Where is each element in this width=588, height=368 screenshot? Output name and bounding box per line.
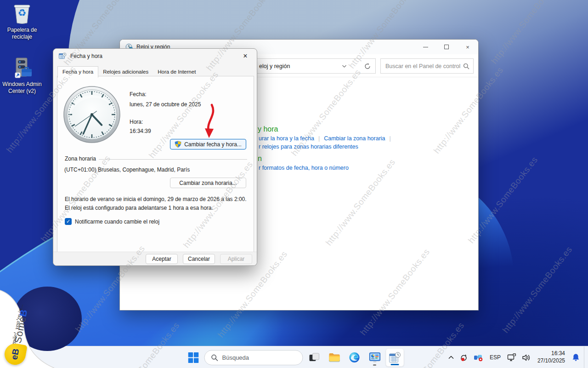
link-add-clocks[interactable]: r relojes para zonas horarias diferentes <box>259 144 358 150</box>
recycle-bin-icon: ♻ <box>11 3 33 25</box>
link-change-formats[interactable]: r formatos de fecha, hora o número <box>259 165 349 171</box>
link-separator: | <box>314 135 324 142</box>
volume-button[interactable] <box>520 348 533 367</box>
date-time-taskbar-button[interactable] <box>386 348 404 367</box>
dialog-footer: Aceptar Cancelar Aplicar <box>53 252 257 265</box>
dialog-title: Fecha y hora <box>70 53 102 59</box>
control-panel-icon <box>369 352 380 362</box>
desktop-icon-label: Papelera de reciclaje <box>1 27 43 40</box>
link-separator: | <box>385 135 395 142</box>
close-icon[interactable]: × <box>238 51 252 62</box>
recycle-symbol-icon: ♻ <box>18 7 27 18</box>
clock-time: 16:34 <box>551 350 565 357</box>
admin-center-icon <box>11 57 33 79</box>
time-value: 16:34:39 <box>130 128 151 134</box>
sync-restart-icon <box>459 353 468 362</box>
change-date-time-label: Cambiar fecha y hora... <box>184 141 242 148</box>
clock-date: 27/10/2025 <box>537 357 565 365</box>
search-icon <box>211 354 218 361</box>
running-indicator <box>373 364 376 366</box>
maximize-button[interactable] <box>436 40 457 54</box>
timezone-group: Zona horaria <box>65 155 247 162</box>
notify-clock-change-checkbox[interactable]: ✓ Notificarme cuando cambie el reloj <box>65 218 159 225</box>
desktop-icon-area: ♻ Papelera de reciclaje Windows Admin Ce… <box>1 3 43 111</box>
change-date-time-button[interactable]: Cambiar fecha y hora... <box>170 139 246 150</box>
bell-icon <box>572 353 580 362</box>
network-button[interactable] <box>505 348 519 367</box>
taskbar-search[interactable] <box>204 350 303 365</box>
task-view-icon <box>309 352 319 363</box>
close-button[interactable]: × <box>457 40 478 54</box>
taskbar: ESP 16:34 27/10/2025 <box>0 346 588 368</box>
notification-center-button[interactable] <box>570 348 582 367</box>
link-change-timezone[interactable]: Cambiar la zona horaria <box>324 135 385 142</box>
time-label: Hora: <box>130 119 143 125</box>
change-timezone-button[interactable]: Cambiar zona horaria... <box>170 178 246 188</box>
dialog-tab-page: Fecha: lunes, 27 de octubre de 2025 Hora… <box>57 76 254 253</box>
control-panel-search[interactable] <box>380 58 474 74</box>
section-heading-region: n <box>258 155 262 163</box>
tray-hardware-button[interactable] <box>471 348 486 367</box>
address-text: eloj y región <box>259 63 290 69</box>
chevron-up-icon <box>448 356 454 359</box>
date-label: Fecha: <box>130 91 147 98</box>
desktop-icon-label: Windows Admin Center (v2) <box>1 81 43 95</box>
timezone-group-label: Zona horaria <box>65 155 99 162</box>
tray-overflow-button[interactable] <box>446 348 456 367</box>
tray-update-pending-button[interactable] <box>457 348 470 367</box>
chevron-down-icon[interactable] <box>342 63 347 69</box>
active-indicator <box>391 364 399 365</box>
date-time-dialog: Fecha y hora × Fecha y hora Relojes adic… <box>53 48 257 266</box>
desktop-icon-recycle-bin[interactable]: ♻ Papelera de reciclaje <box>1 3 43 40</box>
tab-fecha-y-hora[interactable]: Fecha y hora <box>57 66 98 78</box>
checkbox-checked-icon: ✓ <box>65 218 72 225</box>
date-value: lunes, 27 de octubre de 2025 <box>130 101 201 108</box>
control-panel-taskbar-button[interactable] <box>366 348 384 367</box>
device-eject-icon <box>474 353 483 362</box>
search-input[interactable] <box>385 63 463 69</box>
refresh-icon[interactable] <box>363 62 372 70</box>
language-indicator[interactable]: ESP <box>486 348 504 367</box>
task-view-button[interactable] <box>305 348 323 367</box>
cancel-button[interactable]: Cancelar <box>183 254 215 264</box>
network-ethernet-icon <box>507 353 516 362</box>
timezone-value: (UTC+01:00) Bruselas, Copenhague, Madrid… <box>64 167 190 173</box>
taskbar-clock[interactable]: 16:34 27/10/2025 <box>534 348 569 367</box>
taskbar-search-input[interactable] <box>222 354 296 361</box>
edge-browser-button[interactable] <box>345 348 364 367</box>
section-heading-date-time: y hora <box>258 125 278 133</box>
ok-button[interactable]: Aceptar <box>146 254 178 264</box>
apply-button: Aplicar <box>220 254 252 264</box>
start-button[interactable] <box>184 348 203 367</box>
file-explorer-button[interactable] <box>325 348 344 367</box>
date-time-window-icon <box>389 352 401 363</box>
search-icon <box>463 63 469 69</box>
windows-logo-icon <box>188 352 198 363</box>
show-desktop-button[interactable] <box>584 346 586 368</box>
dst-notice: El horario de verano se inicia el doming… <box>65 195 249 212</box>
notify-checkbox-label: Notificarme cuando cambie el reloj <box>75 218 159 225</box>
edge-icon <box>349 352 360 363</box>
analog-clock <box>63 86 121 144</box>
date-time-icon <box>59 52 67 60</box>
change-timezone-label: Cambiar zona horaria... <box>179 180 237 186</box>
minimize-button[interactable] <box>415 40 436 54</box>
desktop-icon-windows-admin-center[interactable]: Windows Admin Center (v2) <box>1 57 43 95</box>
uac-shield-icon <box>175 141 181 148</box>
file-explorer-icon <box>328 353 340 362</box>
speaker-icon <box>522 354 531 362</box>
link-set-time-date[interactable]: urar la hora y la fecha <box>259 135 314 142</box>
dialog-titlebar: Fecha y hora × <box>53 49 257 63</box>
